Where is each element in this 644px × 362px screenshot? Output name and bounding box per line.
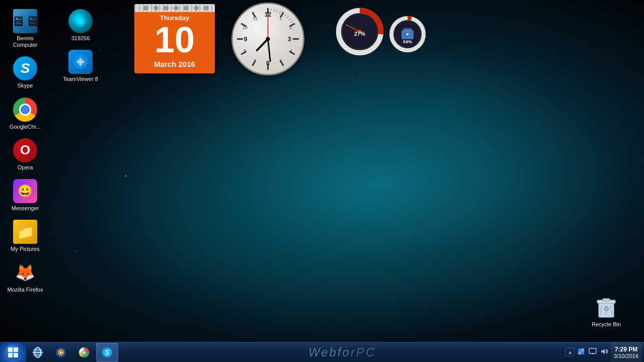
clock-widget: 12 3 6 9 1 2 4 5 7 8 10 11	[231, 3, 304, 75]
svg-text:4: 4	[289, 48, 292, 53]
svg-text:10: 10	[243, 25, 248, 30]
svg-point-14	[184, 6, 188, 10]
desktop-icon-label: My Pictures	[11, 246, 39, 252]
svg-point-10	[144, 6, 148, 10]
desktop-icon-teamviewer[interactable]: TeamViewer 8	[58, 46, 103, 86]
svg-text:11: 11	[253, 16, 258, 21]
svg-text:5: 5	[279, 58, 282, 63]
svg-text:27%: 27%	[354, 31, 365, 37]
desktop-icon-mypictures[interactable]: 📁 My Pictures	[3, 216, 48, 256]
svg-text:9: 9	[244, 36, 248, 43]
svg-marker-92	[601, 349, 605, 354]
svg-line-30	[274, 9, 274, 12]
svg-rect-89	[589, 348, 596, 353]
svg-rect-4	[603, 299, 610, 301]
taskbar: S Webfo rPC ▲	[0, 342, 644, 362]
system-tray: ▲	[566, 342, 644, 363]
recyclebin-icon: ♻	[594, 295, 618, 319]
start-button[interactable]	[0, 342, 26, 363]
svg-line-36	[290, 21, 293, 23]
desktop-icon-recyclebin[interactable]: ♻ Recycle Bin	[584, 291, 629, 332]
desktop-icon-label: Bennis Computer	[5, 35, 45, 48]
svg-rect-65	[404, 28, 412, 31]
svg-point-66	[407, 33, 409, 35]
svg-text:S: S	[105, 348, 110, 356]
gauges-widget: 27% 04%	[335, 4, 428, 59]
desktop-icon-label: Mozilla Firefox	[8, 287, 43, 293]
system-clock[interactable]: 7:29 PM 3/10/2016	[611, 342, 641, 363]
svg-line-34	[287, 16, 289, 18]
taskbar-wmp-button[interactable]	[50, 343, 72, 362]
taskbar-skype-button[interactable]: S	[96, 343, 118, 362]
svg-text:7: 7	[254, 58, 256, 63]
image-file-icon: ◉	[68, 9, 93, 33]
desktop-icon-opera[interactable]: O Opera	[3, 134, 48, 175]
clock-face: 12 3 6 9 1 2 4 5 7 8 10 11	[231, 3, 304, 75]
svg-line-35	[289, 18, 291, 20]
desktop-icon-label: Skype	[18, 82, 33, 89]
desktop-icon-skype[interactable]: S Skype	[3, 52, 48, 93]
brand-label: Webfo	[308, 345, 351, 359]
svg-point-12	[164, 6, 168, 10]
skype-icon: S	[13, 56, 37, 80]
desktop-icon-benniscomputer[interactable]: 🖥 Bennis Computer	[3, 5, 48, 52]
desktop-icon-label: GoogleChr...	[10, 124, 41, 130]
calendar-top-strip	[134, 4, 215, 12]
svg-line-49	[257, 39, 268, 51]
svg-rect-71	[14, 353, 18, 357]
firefox-icon: 🦊	[13, 260, 37, 285]
brand-subtext: rPC	[351, 345, 376, 359]
memory-gauge: 27%	[335, 7, 385, 59]
cpu-gauge: 04%	[387, 14, 428, 59]
taskbar-pinned-icons: S	[26, 342, 119, 363]
svg-rect-68	[8, 347, 13, 352]
desktop-icon-label: 319256	[71, 35, 90, 42]
desktop: 🖥 Bennis Computer S Skype GoogleChr... O…	[0, 0, 644, 362]
svg-rect-70	[8, 353, 13, 357]
desktop-icon-messenger[interactable]: 😀 Messenger	[3, 175, 48, 216]
taskbar-ie-button[interactable]	[27, 343, 49, 362]
svg-text:1: 1	[279, 16, 282, 21]
svg-text:♻: ♻	[603, 305, 610, 313]
tray-date: 3/10/2016	[614, 353, 638, 359]
svg-line-33	[284, 14, 286, 17]
svg-point-16	[204, 6, 208, 10]
tray-volume-icon[interactable]	[599, 346, 609, 358]
desktop-icon-googlechrome[interactable]: GoogleChr...	[3, 94, 48, 134]
svg-rect-87	[578, 348, 581, 351]
svg-line-32	[279, 11, 280, 13]
messenger-icon: 😀	[13, 179, 37, 203]
svg-point-11	[154, 6, 158, 10]
svg-rect-69	[14, 347, 18, 352]
svg-line-31	[277, 10, 278, 13]
calendar-month: March 2016	[134, 60, 215, 73]
svg-point-13	[174, 6, 178, 10]
desktop-icons-area: 🖥 Bennis Computer S Skype GoogleChr... O…	[3, 5, 113, 327]
svg-text:2: 2	[289, 25, 292, 30]
teamviewer-icon	[68, 50, 93, 74]
desktop-icon-319256[interactable]: ◉ 319256	[58, 5, 103, 46]
mypictures-folder-icon: 📁	[13, 220, 37, 244]
tray-flag-icon[interactable]	[576, 346, 586, 358]
computer-icon: 🖥	[13, 9, 37, 33]
desktop-icon-firefox[interactable]: 🦊 Mozilla Firefox	[3, 256, 48, 297]
svg-text:04%: 04%	[403, 39, 412, 44]
calendar-widget[interactable]: Thursday 10 March 2016	[134, 4, 215, 73]
calendar-date: 10	[134, 22, 215, 60]
svg-point-52	[266, 37, 270, 41]
svg-text:3: 3	[288, 36, 291, 43]
windows-orb	[5, 344, 21, 360]
chrome-icon	[13, 98, 37, 122]
tray-time: 7:29 PM	[615, 346, 637, 353]
taskbar-chrome-button[interactable]	[73, 343, 95, 362]
svg-text:6: 6	[266, 60, 270, 67]
tray-display-icon[interactable]	[588, 346, 598, 358]
svg-text:8: 8	[244, 48, 246, 53]
svg-point-15	[194, 6, 198, 10]
taskbar-brand-text: Webfo rPC	[119, 345, 566, 359]
opera-icon: O	[13, 138, 37, 162]
desktop-icon-label: Opera	[18, 164, 33, 171]
svg-line-50	[268, 39, 271, 61]
recyclebin-label: Recycle Bin	[592, 321, 621, 328]
tray-show-hidden-button[interactable]: ▲	[566, 348, 575, 356]
